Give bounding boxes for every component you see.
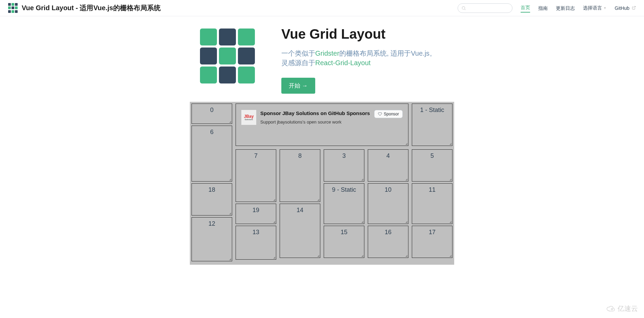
grid-item[interactable]: 15	[324, 226, 364, 258]
nav-language-dropdown[interactable]: 选择语言 ▼	[583, 5, 607, 11]
sponsor-text: Sponsor JBay Solutions on GitHub Sponsor…	[260, 110, 374, 125]
grid-item[interactable]: 13	[236, 226, 276, 260]
hero-description: 一个类似于Gridster的栅格布局系统, 适用于Vue.js。 灵感源自于Re…	[281, 49, 444, 68]
nav-github[interactable]: GitHub	[615, 4, 636, 12]
grid-item-label: 10	[385, 186, 391, 224]
gridster-link[interactable]: Gridster	[315, 50, 339, 57]
grid-item-label: 14	[297, 207, 303, 258]
sponsor-card[interactable]: JBaySolutionsSponsor JBay Solutions on G…	[236, 104, 408, 146]
heart-icon	[378, 112, 382, 116]
grid-item[interactable]: 10	[368, 183, 408, 224]
svg-line-2	[633, 6, 636, 8]
svg-line-1	[464, 9, 465, 10]
nav-github-label: GitHub	[615, 5, 630, 11]
grid-item[interactable]: 18	[192, 183, 232, 216]
grid-item[interactable]: 6	[192, 126, 232, 182]
hero-title: Vue Grid Layout	[281, 26, 444, 42]
watermark-text: 亿速云	[618, 304, 638, 313]
cloud-icon	[606, 305, 616, 313]
hero-logo-icon	[200, 29, 258, 86]
site-title: Vue Grid Layout - 适用Vue.js的栅格布局系统	[22, 3, 161, 13]
grid-demo: JBaySolutionsSponsor JBay Solutions on G…	[190, 102, 454, 265]
grid-item[interactable]: 12	[192, 217, 232, 261]
sponsor-subtitle: Support jbaysolutions's open source work	[260, 119, 374, 125]
grid-item-label: 12	[208, 220, 215, 261]
nav-guide[interactable]: 指南	[538, 4, 548, 12]
sponsor-button[interactable]: Sponsor	[374, 110, 403, 118]
nav-language-label: 选择语言	[583, 5, 602, 11]
grid-item-label: 7	[254, 152, 258, 202]
react-grid-layout-link[interactable]: React-Grid-Layout	[315, 59, 370, 67]
watermark: 亿速云	[606, 304, 638, 313]
grid-item-label: 3	[342, 152, 346, 181]
svg-point-3	[611, 308, 612, 310]
grid-item[interactable]: 14	[280, 204, 320, 258]
grid-item-label: 4	[386, 152, 390, 181]
grid-item-label: 15	[341, 229, 347, 258]
grid-item-label: 19	[253, 207, 259, 224]
sponsor-button-label: Sponsor	[384, 112, 399, 116]
grid-item[interactable]: 19	[236, 204, 276, 224]
grid-item-label: 8	[298, 152, 302, 202]
grid-item-label: 16	[385, 229, 391, 258]
grid-item-label: 1 - Static	[420, 107, 444, 146]
grid-item-label: 13	[253, 229, 259, 259]
sponsor-title: Sponsor JBay Solutions on GitHub Sponsor…	[260, 110, 374, 117]
grid-item[interactable]: 5	[412, 149, 452, 182]
grid-item-label: 9 - Static	[332, 186, 356, 224]
search-icon	[461, 6, 466, 11]
grid-item-label: 18	[208, 186, 215, 215]
grid-item[interactable]: 1 - Static	[412, 104, 452, 146]
nav-home[interactable]: 首页	[521, 4, 530, 13]
grid-item[interactable]: 7	[236, 149, 276, 202]
search-input[interactable]	[458, 3, 512, 13]
grid-item[interactable]: 16	[368, 226, 408, 258]
grid-item-label: 17	[429, 229, 436, 258]
external-link-icon	[632, 5, 636, 11]
grid-item[interactable]: 0	[192, 104, 232, 124]
logo-icon	[8, 3, 18, 13]
hero: Vue Grid Layout 一个类似于Gridster的栅格布局系统, 适用…	[0, 16, 644, 94]
nav-brand[interactable]: Vue Grid Layout - 适用Vue.js的栅格布局系统	[8, 3, 161, 13]
grid-item[interactable]: 8	[280, 149, 320, 202]
grid-item-label: 11	[429, 186, 436, 224]
sponsor-logo-icon: JBaySolutions	[241, 110, 256, 125]
chevron-down-icon: ▼	[603, 6, 607, 10]
grid-item[interactable]: 17	[412, 226, 452, 258]
navbar: Vue Grid Layout - 适用Vue.js的栅格布局系统 首页 指南 …	[0, 0, 644, 16]
grid-item[interactable]: 9 - Static	[324, 183, 364, 224]
grid-item-label: 0	[210, 107, 214, 124]
grid-item-label: 6	[210, 129, 214, 181]
nav-changelog[interactable]: 更新日志	[556, 4, 575, 12]
svg-point-0	[462, 6, 465, 9]
grid-item[interactable]: 3	[324, 149, 364, 182]
get-started-button[interactable]: 开始 →	[281, 78, 315, 94]
hero-desc-pre: 一个类似于	[281, 50, 315, 57]
grid-item[interactable]: 4	[368, 149, 408, 182]
grid-item-label: 5	[430, 152, 434, 181]
grid-item[interactable]: 11	[412, 183, 452, 224]
hero-content: Vue Grid Layout 一个类似于Gridster的栅格布局系统, 适用…	[281, 26, 444, 94]
nav-right: 首页 指南 更新日志 选择语言 ▼ GitHub	[458, 3, 636, 13]
